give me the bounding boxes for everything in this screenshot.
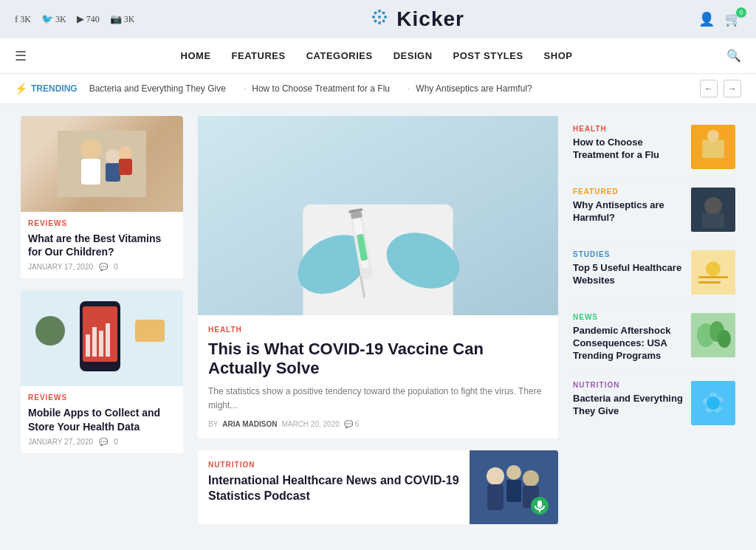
svg-point-12 — [106, 149, 120, 164]
youtube-icon: ▶ — [77, 13, 84, 25]
right-title-5[interactable]: Bacteria and Everything They Give — [573, 393, 684, 418]
svg-point-5 — [374, 12, 377, 15]
svg-rect-40 — [487, 484, 504, 510]
right-item-4: NEWS Pandemic Aftershock Consequences: U… — [573, 304, 735, 372]
facebook-count: 3K — [20, 14, 31, 25]
right-thumb-1 — [691, 125, 735, 169]
card-2-body: REVIEWS Mobile Apps to Collect and Store… — [21, 386, 183, 453]
hamburger-menu[interactable]: ☰ — [15, 48, 27, 64]
svg-point-2 — [378, 21, 381, 24]
logo[interactable]: Kicker — [368, 6, 464, 32]
right-cat-1[interactable]: HEALTH — [573, 125, 684, 133]
bottom-article: NUTRITION International Healthcare News … — [198, 450, 558, 524]
featured-author[interactable]: ARIA MADISON — [222, 420, 277, 428]
nav-home[interactable]: HOME — [181, 50, 211, 62]
trending-label: ⚡ TRENDING — [15, 83, 78, 94]
right-thumb-5 — [691, 381, 735, 425]
svg-point-4 — [384, 16, 387, 18]
by-label: BY — [208, 420, 218, 428]
instagram-icon: 📷 — [110, 13, 122, 25]
card-1-category[interactable]: REVIEWS — [28, 219, 176, 227]
featured-article: HEALTH This is What COVID-19 Vaccine Can… — [198, 116, 558, 439]
svg-rect-56 — [698, 276, 728, 278]
right-cat-5[interactable]: NUTRITION — [573, 381, 684, 389]
nav-post-styles[interactable]: POST STYLES — [453, 50, 523, 62]
trending-items: Bacteria and Everything They Give How to… — [89, 83, 688, 94]
right-cat-4[interactable]: NEWS — [573, 313, 684, 321]
svg-point-65 — [704, 393, 710, 399]
right-item-2: FEATURED Why Antiseptics are Harmful? — [573, 179, 735, 241]
right-thumb-2 — [691, 188, 735, 232]
search-button[interactable]: 🔍 — [726, 49, 741, 63]
social-instagram[interactable]: 📷 3K — [110, 13, 135, 25]
center-column: HEALTH This is What COVID-19 Vaccine Can… — [198, 116, 558, 524]
card-2-title[interactable]: Mobile Apps to Collect and Store Your He… — [28, 406, 176, 433]
bottom-title[interactable]: International Healthcare News and COVID-… — [208, 473, 459, 504]
social-facebook[interactable]: f 3K — [15, 13, 31, 25]
bolt-icon: ⚡ — [15, 83, 27, 94]
right-item-1: HEALTH How to Choose Treatment for a Flu — [573, 116, 735, 179]
right-cat-3[interactable]: STUDIES — [573, 250, 684, 258]
svg-point-8 — [382, 20, 385, 23]
svg-point-39 — [487, 467, 504, 485]
svg-point-3 — [372, 16, 375, 18]
svg-point-43 — [523, 470, 539, 487]
card-1-title[interactable]: What are the Best Vitamins for Our Child… — [28, 232, 176, 258]
svg-rect-20 — [92, 327, 97, 357]
card-2-image — [21, 290, 183, 386]
card-2-category[interactable]: REVIEWS — [28, 393, 176, 402]
svg-point-67 — [719, 402, 725, 408]
svg-point-7 — [374, 20, 377, 23]
svg-rect-24 — [135, 320, 165, 342]
svg-rect-21 — [99, 331, 103, 357]
card-2-comments: 0 — [114, 438, 118, 446]
svg-point-23 — [35, 316, 65, 346]
social-twitter[interactable]: 🐦 3K — [41, 13, 66, 25]
twitter-count: 3K — [55, 14, 66, 25]
right-cat-2[interactable]: FEATURED — [573, 188, 684, 196]
right-title-4[interactable]: Pandemic Aftershock Consequences: USA Tr… — [573, 325, 684, 362]
card-2-date: JANUARY 27, 2020 — [28, 438, 93, 446]
right-title-2[interactable]: Why Antiseptics are Harmful? — [573, 199, 684, 224]
comment-icon-featured: 💬 — [344, 420, 353, 428]
featured-title[interactable]: This is What COVID-19 Vaccine Can Actual… — [208, 340, 548, 379]
featured-meta: BY ARIA MADISON MARCH 20, 2020 💬 6 — [208, 420, 548, 428]
nav-bar: ☰ HOME FEATURES CATEGORIES DESIGN POST S… — [0, 38, 756, 74]
svg-rect-19 — [86, 334, 90, 357]
card-1-image — [21, 116, 183, 212]
trending-next[interactable]: → — [724, 80, 741, 97]
cart-button[interactable]: 🛒 0 — [725, 11, 741, 27]
svg-point-14 — [119, 146, 132, 159]
nav-features[interactable]: FEATURES — [232, 50, 286, 62]
user-account-button[interactable]: 👤 — [698, 11, 715, 27]
trending-prev[interactable]: ← — [700, 80, 718, 97]
bottom-article-image — [470, 450, 558, 524]
social-youtube[interactable]: ▶ 740 — [77, 13, 100, 25]
nav-design[interactable]: DESIGN — [394, 50, 433, 62]
featured-category[interactable]: HEALTH — [208, 326, 548, 334]
svg-point-10 — [80, 139, 101, 159]
right-title-3[interactable]: Top 5 Useful Healthcare Websites — [573, 262, 684, 287]
nav-categories[interactable]: CATEGORIES — [306, 50, 373, 62]
svg-rect-13 — [106, 163, 120, 182]
nav-shop[interactable]: SHOP — [544, 50, 573, 62]
site-name: Kicker — [396, 7, 464, 31]
trending-bar: ⚡ TRENDING Bacteria and Everything They … — [0, 74, 756, 104]
card-2-meta: JANUARY 27, 2020 💬 0 — [28, 438, 176, 446]
trending-item-1[interactable]: Bacteria and Everything They Give — [89, 83, 226, 94]
svg-point-69 — [710, 410, 716, 416]
svg-rect-11 — [81, 159, 100, 185]
svg-point-1 — [378, 10, 381, 13]
comment-icon-2: 💬 — [99, 438, 108, 446]
bottom-category[interactable]: NUTRITION — [208, 461, 459, 469]
trending-item-2[interactable]: How to Choose Treatment for a Flu — [244, 83, 390, 94]
nav-links: HOME FEATURES CATEGORIES DESIGN POST STY… — [181, 50, 573, 62]
right-item-5: NUTRITION Bacteria and Everything They G… — [573, 372, 735, 434]
right-title-1[interactable]: How to Choose Treatment for a Flu — [573, 137, 684, 162]
top-right-actions: 👤 🛒 0 — [698, 11, 741, 27]
youtube-count: 740 — [86, 14, 100, 25]
right-column: HEALTH How to Choose Treatment for a Flu… — [573, 116, 735, 524]
trending-item-3[interactable]: Why Antiseptics are Harmful? — [408, 83, 532, 94]
svg-point-66 — [717, 391, 722, 396]
left-card-1: REVIEWS What are the Best Vitamins for O… — [21, 116, 183, 278]
